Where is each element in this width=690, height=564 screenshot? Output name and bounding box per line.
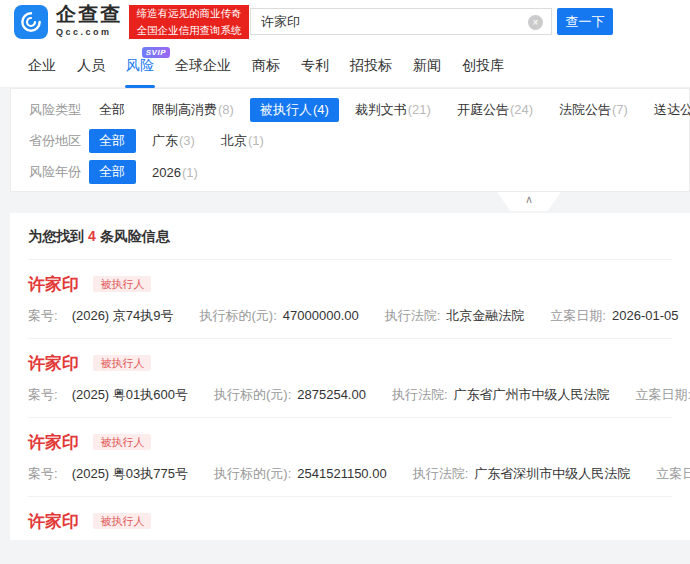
filter-option-guangdong[interactable]: 广东(3) <box>152 132 195 150</box>
filter-option-year-2026[interactable]: 2026(1) <box>152 165 198 180</box>
filter-option-court-session[interactable]: 开庭公告(24) <box>457 101 533 119</box>
field-execution-court: 执行法院:广东省深圳市中级人民法院 <box>413 465 631 483</box>
result-item: 许家印 被执行人 案号:(2026) 京74执9号 执行标的(元):470000… <box>28 260 672 339</box>
filter-option-judgment-documents[interactable]: 裁判文书(21) <box>355 101 431 119</box>
field-execution-court: 执行法院:北京金融法院 <box>385 307 525 325</box>
filter-row-risk-year: 风险年份 全部 2026(1) <box>29 160 689 184</box>
svip-badge: SVIP <box>142 47 170 58</box>
filter-option-beijing[interactable]: 北京(1) <box>221 132 264 150</box>
nav-item-patent[interactable]: 专利 <box>301 44 329 88</box>
field-case-number: 案号:(2025) 粤01执600号 <box>28 386 188 404</box>
result-item: 许家印 被执行人 案号:(2025) 粤03执775号 执行标的(元):2541… <box>28 418 672 497</box>
filter-option-service-announcement[interactable]: 送达公告(10) <box>654 101 690 119</box>
logo-text[interactable]: 企查查 Qcc.com <box>56 4 122 37</box>
field-execution-amount: 执行标的(元):47000000.00 <box>200 307 359 325</box>
result-item: 许家印 被执行人 案号:(2025) 粤03执774号 执行标的(元):4952… <box>28 497 672 540</box>
field-filing-date: 立案日期:- <box>656 465 690 483</box>
field-execution-amount: 执行标的(元):2875254.00 <box>214 386 366 404</box>
filter-option-all[interactable]: 全部 <box>99 101 126 119</box>
nav-item-trademark[interactable]: 商标 <box>252 44 280 88</box>
qcc-spiral-icon <box>18 9 44 35</box>
search-box: × <box>250 8 552 35</box>
search-button[interactable]: 查一下 <box>557 8 613 35</box>
result-fields: 案号:(2026) 京74执9号 执行标的(元):47000000.00 执行法… <box>28 307 672 325</box>
header: 企查查 Qcc.com 缔造有远见的商业传奇 全国企业信用查询系统 × 查一下 <box>0 0 690 44</box>
nav-item-vc-library[interactable]: 创投库 <box>462 44 504 88</box>
slogan-line-2: 全国企业信用查询系统 <box>129 22 249 39</box>
field-filing-date: 立案日期:- <box>636 386 690 404</box>
filter-option-executed-person[interactable]: 被执行人(4) <box>250 98 339 122</box>
status-badge: 被执行人 <box>93 513 151 529</box>
chevron-up-icon: ∧ <box>525 192 533 207</box>
main-nav: 企业 人员 风险 SVIP 全球企业 商标 专利 招投标 新闻 创投库 <box>0 44 690 88</box>
nav-item-person[interactable]: 人员 <box>77 44 105 88</box>
result-name-link[interactable]: 许家印 <box>28 512 79 531</box>
summary-prefix: 为您找到 <box>28 228 84 244</box>
nav-item-risk[interactable]: 风险 SVIP <box>126 44 154 88</box>
result-name-link[interactable]: 许家印 <box>28 354 79 373</box>
field-case-number: 案号:(2026) 京74执9号 <box>28 307 174 325</box>
filter-row-province: 省份地区 全部 广东(3) 北京(1) <box>29 129 689 153</box>
slogan-banner: 缔造有远见的商业传奇 全国企业信用查询系统 <box>129 5 249 39</box>
nav-item-bidding[interactable]: 招投标 <box>350 44 392 88</box>
logo-domain: Qcc.com <box>56 28 122 37</box>
nav-item-global-company[interactable]: 全球企业 <box>175 44 231 88</box>
qcc-logo-icon[interactable] <box>14 5 48 39</box>
status-badge: 被执行人 <box>93 434 151 450</box>
field-execution-court: 执行法院:广东省广州市中级人民法院 <box>392 386 610 404</box>
results-summary: 为您找到4条风险信息 <box>28 228 672 260</box>
slogan-line-1: 缔造有远见的商业传奇 <box>129 5 249 22</box>
clear-icon[interactable]: × <box>528 15 543 30</box>
filter-option-year-all[interactable]: 全部 <box>89 160 136 184</box>
search-input[interactable] <box>261 14 523 29</box>
filter-option-consumption-restriction[interactable]: 限制高消费(8) <box>152 101 234 119</box>
field-filing-date: 立案日期:2026-01-05 <box>550 307 678 325</box>
summary-count: 4 <box>88 228 96 244</box>
results-panel: 为您找到4条风险信息 许家印 被执行人 案号:(2026) 京74执9号 执行标… <box>10 213 690 540</box>
result-name-link[interactable]: 许家印 <box>28 275 79 294</box>
status-badge: 被执行人 <box>93 355 151 371</box>
field-execution-amount: 执行标的(元):2541521150.00 <box>214 465 387 483</box>
nav-item-news[interactable]: 新闻 <box>413 44 441 88</box>
status-badge: 被执行人 <box>93 276 151 292</box>
filter-option-court-announcement[interactable]: 法院公告(7) <box>559 101 628 119</box>
filter-panel: 风险类型 全部 限制高消费(8) 被执行人(4) 裁判文书(21) 开庭公告(2… <box>10 88 690 192</box>
result-fields: 案号:(2025) 粤03执775号 执行标的(元):2541521150.00… <box>28 465 672 483</box>
collapse-filters-tab[interactable]: ∧ <box>497 192 561 211</box>
result-fields: 案号:(2025) 粤01执600号 执行标的(元):2875254.00 执行… <box>28 386 672 404</box>
summary-suffix: 条风险信息 <box>100 228 170 244</box>
logo-name: 企查查 <box>56 4 122 24</box>
filter-option-province-all[interactable]: 全部 <box>89 129 136 153</box>
result-item: 许家印 被执行人 案号:(2025) 粤01执600号 执行标的(元):2875… <box>28 339 672 418</box>
filter-label: 风险类型 <box>29 101 99 119</box>
result-name-link[interactable]: 许家印 <box>28 433 79 452</box>
filter-row-risk-type: 风险类型 全部 限制高消费(8) 被执行人(4) 裁判文书(21) 开庭公告(2… <box>29 98 689 122</box>
field-case-number: 案号:(2025) 粤03执775号 <box>28 465 188 483</box>
nav-item-company[interactable]: 企业 <box>28 44 56 88</box>
